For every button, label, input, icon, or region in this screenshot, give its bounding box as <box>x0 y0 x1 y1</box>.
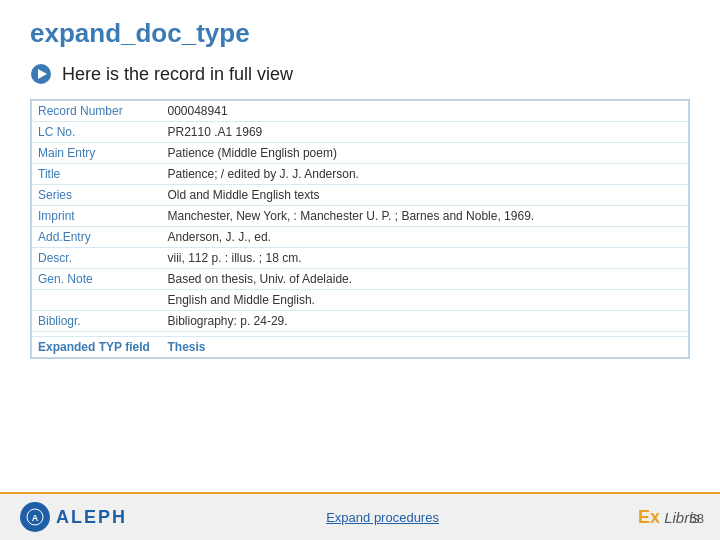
table-row: Descr. viii, 112 p. : illus. ; 18 cm. <box>32 248 689 269</box>
row-value: Patience; / edited by J. J. Anderson. <box>162 164 689 185</box>
record-table: Record Number 000048941 LC No. PR2110 .A… <box>31 100 689 358</box>
table-row: LC No. PR2110 .A1 1969 <box>32 122 689 143</box>
row-label: LC No. <box>32 122 162 143</box>
table-row: English and Middle English. <box>32 290 689 311</box>
subtitle-text: Here is the record in full view <box>62 64 293 85</box>
row-label: Title <box>32 164 162 185</box>
row-value: English and Middle English. <box>162 290 689 311</box>
row-label <box>32 290 162 311</box>
row-label: Expanded TYP field <box>32 337 162 358</box>
subtitle-row: Here is the record in full view <box>30 63 690 85</box>
row-label: Gen. Note <box>32 269 162 290</box>
row-label: Series <box>32 185 162 206</box>
row-value: 000048941 <box>162 101 689 122</box>
svg-text:A: A <box>32 513 39 523</box>
expand-procedures-link[interactable]: Expand procedures <box>326 510 439 525</box>
table-row: Add.Entry Anderson, J. J., ed. <box>32 227 689 248</box>
aleph-circle-icon: A <box>20 502 50 532</box>
footer-center: Expand procedures <box>326 508 439 526</box>
table-row: Expanded TYP field Thesis <box>32 337 689 358</box>
page-title: expand_doc_type <box>30 18 690 49</box>
row-label: Add.Entry <box>32 227 162 248</box>
footer: A ALEPH Expand procedures Ex Libris <box>0 492 720 540</box>
table-row: Bibliogr. Bibliography: p. 24-29. <box>32 311 689 332</box>
table-row: Series Old and Middle English texts <box>32 185 689 206</box>
exlibris-ex-text: Ex <box>638 507 660 528</box>
row-value: Manchester, New York, : Manchester U. P.… <box>162 206 689 227</box>
row-label: Bibliogr. <box>32 311 162 332</box>
table-row: Title Patience; / edited by J. J. Anders… <box>32 164 689 185</box>
row-label: Descr. <box>32 248 162 269</box>
aleph-logo: A ALEPH <box>20 502 127 532</box>
row-value: viii, 112 p. : illus. ; 18 cm. <box>162 248 689 269</box>
table-row: Gen. Note Based on thesis, Univ. of Adel… <box>32 269 689 290</box>
table-row: Imprint Manchester, New York, : Manchest… <box>32 206 689 227</box>
main-page: expand_doc_type Here is the record in fu… <box>0 0 720 540</box>
table-row: Main Entry Patience (Middle English poem… <box>32 143 689 164</box>
table-row: Record Number 000048941 <box>32 101 689 122</box>
page-number: 58 <box>690 511 704 526</box>
row-value: Old and Middle English texts <box>162 185 689 206</box>
row-value: Bibliography: p. 24-29. <box>162 311 689 332</box>
row-label: Record Number <box>32 101 162 122</box>
row-value: Based on thesis, Univ. of Adelaide. <box>162 269 689 290</box>
row-value: PR2110 .A1 1969 <box>162 122 689 143</box>
row-value: Anderson, J. J., ed. <box>162 227 689 248</box>
row-value: Patience (Middle English poem) <box>162 143 689 164</box>
record-table-wrapper: Record Number 000048941 LC No. PR2110 .A… <box>30 99 690 359</box>
row-value: Thesis <box>162 337 689 358</box>
row-label: Imprint <box>32 206 162 227</box>
row-label: Main Entry <box>32 143 162 164</box>
bullet-icon <box>30 63 52 85</box>
aleph-label: ALEPH <box>56 507 127 528</box>
